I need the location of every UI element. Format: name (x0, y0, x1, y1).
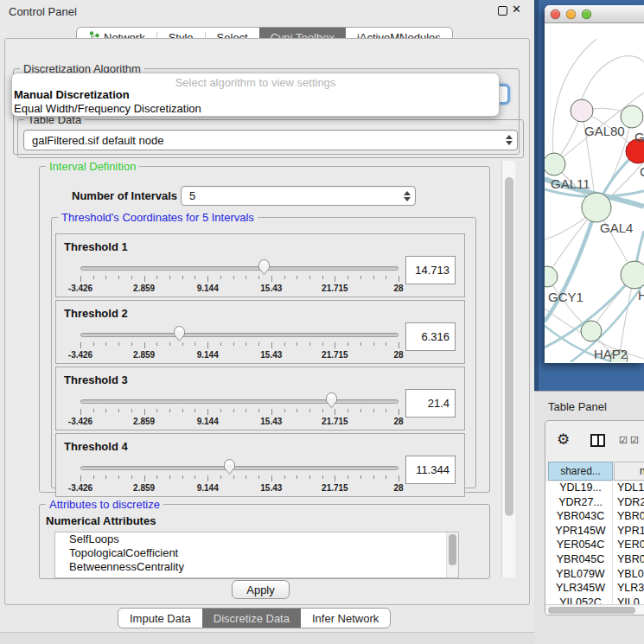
network-node[interactable] (545, 153, 565, 175)
tab-impute-data[interactable]: Impute Data (118, 609, 202, 628)
scrollbar-thumb[interactable] (505, 177, 513, 516)
checkbox-icon[interactable]: ☑ (619, 435, 628, 446)
network-canvas[interactable]: GAL80GACGAL11GAL4GCY1HHAP2 (545, 23, 644, 362)
cell-name[interactable]: YIL0 (617, 596, 640, 604)
cell-name[interactable]: YBR0 (617, 510, 644, 522)
slider-tick (322, 409, 323, 412)
slider-tick-label: 15.43 (251, 284, 292, 293)
stepper-icon (501, 135, 517, 145)
network-node[interactable] (571, 99, 593, 122)
table-row[interactable]: YBL079WYBL0 (545, 568, 644, 583)
zoom-window-icon[interactable] (582, 10, 591, 19)
slider-tick-label: 21.715 (314, 417, 355, 426)
cell-shared-name[interactable]: YDL19... (548, 481, 613, 494)
network-node-label: GCY1 (548, 290, 583, 304)
table-row[interactable]: YDL19...YDL1 (545, 481, 644, 496)
network-node[interactable] (545, 266, 558, 287)
popup-option-equal-width-frequency[interactable]: Equal Width/Frequency Discretization (14, 102, 201, 115)
scrollbar-thumb[interactable] (548, 607, 635, 614)
cell-name[interactable]: YBL0 (617, 568, 644, 580)
slider-tick (245, 342, 246, 346)
slider-tick (348, 342, 348, 346)
slider-tick (93, 342, 94, 346)
cell-shared-name[interactable]: YBR045C (548, 553, 613, 565)
number-of-intervals-combo[interactable]: 5 (181, 186, 416, 206)
slider-tick (118, 342, 119, 346)
threshold-slider-track[interactable] (80, 333, 399, 337)
scrollbar-thumb[interactable] (449, 534, 456, 565)
cell-name[interactable]: YDL1 (617, 481, 644, 494)
table-row[interactable]: YBR043CYBR0 (545, 510, 644, 525)
numerical-attributes-list[interactable]: SelfLoopsTopologicalCoefficientBetweenne… (54, 532, 459, 578)
table-data-combo[interactable]: galFiltered.sif default node (23, 130, 518, 150)
popup-option-manual-discretization[interactable]: Manual Discretization (14, 88, 130, 101)
cell-name[interactable]: YLR3 (617, 582, 644, 594)
slider-tick-label: 2.859 (124, 350, 165, 360)
column-header-shared-name[interactable]: shared... (548, 462, 613, 481)
float-panel-icon[interactable] (498, 6, 507, 16)
slider-tick (80, 475, 81, 481)
settings-scrollbar[interactable] (501, 161, 515, 577)
threshold-value-field[interactable]: 6.316 (405, 322, 456, 351)
table-row[interactable]: YDR27...YDR2 (545, 496, 644, 511)
network-node[interactable] (581, 321, 602, 341)
table-row[interactable]: YIL052CYIL0 (545, 596, 644, 604)
slider-tick (386, 276, 386, 279)
cell-shared-name[interactable]: YER054C (548, 539, 613, 551)
slider-tick (271, 342, 272, 348)
apply-button[interactable]: Apply (232, 580, 290, 599)
threshold-slider-track[interactable] (80, 466, 399, 470)
slider-tick (309, 409, 310, 412)
cell-shared-name[interactable]: YLR345W (548, 582, 613, 594)
slider-tick (144, 475, 145, 481)
close-icon[interactable]: ✕ (512, 3, 521, 16)
threshold-slider-thumb[interactable] (258, 258, 271, 276)
slider-tick (207, 276, 208, 282)
cell-name[interactable]: YDR2 (617, 496, 644, 508)
attribute-list-item[interactable]: TopologicalCoefficient (55, 546, 458, 560)
table-row[interactable]: YLR345WYLR3 (545, 582, 644, 596)
threshold-slider-thumb[interactable] (173, 325, 186, 342)
slider-tick (296, 409, 297, 412)
table-h-scrollbar[interactable] (545, 604, 644, 615)
column-header-name[interactable]: name (614, 462, 644, 481)
slider-tick-label: 28 (378, 284, 419, 293)
threshold-slider-thumb[interactable] (325, 392, 338, 409)
cell-shared-name[interactable]: YBR043C (548, 510, 613, 522)
gear-icon[interactable]: ⚙ (557, 430, 570, 449)
attribute-list-item[interactable]: BetweennessCentrality (55, 560, 458, 574)
slider-tick-label: -3.426 (60, 483, 101, 493)
minimize-window-icon[interactable] (566, 10, 576, 19)
cell-shared-name[interactable]: YPR145W (548, 525, 613, 537)
threshold-slider-track[interactable] (80, 266, 399, 271)
slider-tick (386, 409, 386, 412)
split-columns-icon[interactable] (590, 434, 605, 447)
tab-infer-network[interactable]: Infer Network (301, 609, 390, 628)
slider-tick-label: -3.426 (60, 350, 101, 360)
threshold-slider-track[interactable] (80, 399, 399, 404)
threshold-label: Threshold 1 (64, 240, 128, 253)
cell-shared-name[interactable]: YDR27... (548, 496, 613, 508)
threshold-value-field[interactable]: 21.4 (405, 389, 456, 418)
table-row[interactable]: YBR045CYBR0 (545, 553, 644, 568)
cell-name[interactable]: YPR1 (617, 525, 644, 537)
network-node[interactable] (621, 261, 644, 289)
table-row[interactable]: YPR145WYPR1 (545, 525, 644, 539)
cell-shared-name[interactable]: YBL079W (548, 568, 613, 580)
attribute-list-item[interactable]: SelfLoops (55, 532, 458, 546)
close-window-icon[interactable] (551, 10, 560, 19)
table-row[interactable]: YER054CYER0 (545, 539, 644, 553)
interval-definition-group: Interval Definition Number of Intervals … (39, 166, 490, 493)
threshold-value-field[interactable]: 11.344 (405, 456, 456, 484)
threshold-slider-thumb[interactable] (223, 458, 236, 475)
network-window-titlebar[interactable] (545, 5, 644, 23)
network-node[interactable] (582, 193, 611, 222)
cell-shared-name[interactable]: YIL052C (548, 596, 613, 604)
list-scrollbar[interactable] (446, 532, 458, 577)
tab-discretize-data[interactable]: Discretize Data (202, 609, 301, 628)
slider-tick-label: 2.859 (124, 483, 165, 493)
threshold-value-field[interactable]: 14.713 (405, 256, 456, 284)
checkbox-icon[interactable]: ☑ (630, 435, 639, 446)
cell-name[interactable]: YER0 (617, 539, 644, 551)
cell-name[interactable]: YBR0 (617, 553, 644, 565)
